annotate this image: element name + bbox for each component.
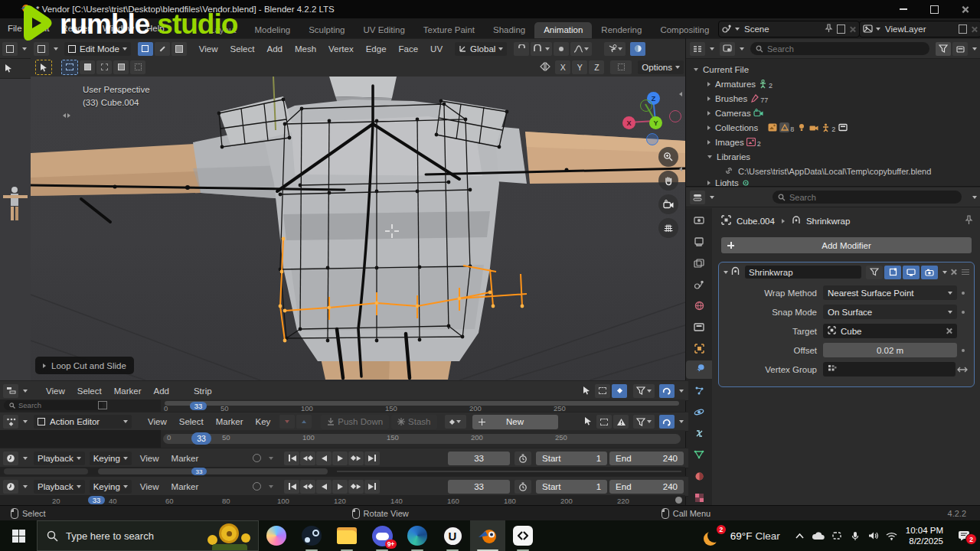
notification-center-icon[interactable]: 2 <box>951 520 977 551</box>
outliner-item-cameras[interactable]: Cameras <box>694 106 976 120</box>
start-frame-field[interactable]: Start1 <box>536 452 607 465</box>
vertex-group-field[interactable] <box>823 362 956 377</box>
squished-scrollbar[interactable] <box>98 468 328 474</box>
outliner-display-mode-icon[interactable] <box>690 42 705 56</box>
start-frame-field-2[interactable]: Start1 <box>536 480 607 494</box>
taskbar-discord-icon[interactable]: 9+ <box>364 520 400 551</box>
viewport-menu-edge[interactable]: Edge <box>360 40 393 58</box>
modifier-name-field[interactable]: Shrinkwrap <box>745 266 861 279</box>
dopesheet-mode-dropdown[interactable]: Action Editor <box>34 415 132 429</box>
properties-editor-type-icon[interactable] <box>690 191 705 204</box>
tab-uv-editing[interactable]: UV Editing <box>354 22 414 38</box>
tray-snip-icon[interactable] <box>828 520 846 551</box>
taskbar-capcut-icon[interactable] <box>505 520 541 551</box>
stash-button[interactable]: Stash <box>391 415 436 429</box>
select-tool-icon[interactable] <box>5 62 12 76</box>
proportional-falloff-icon[interactable] <box>570 42 592 56</box>
tab-compositing[interactable]: Compositing <box>651 22 718 38</box>
properties-options-chevron[interactable] <box>972 196 977 199</box>
wrap-method-dropdown[interactable]: Nearest Surface Point <box>823 285 957 300</box>
tray-microphone-icon[interactable] <box>846 520 864 551</box>
timeline-menu-view[interactable]: View <box>134 449 165 468</box>
viewport-menu-add[interactable]: Add <box>260 40 288 58</box>
tray-speaker-icon[interactable] <box>864 520 883 551</box>
minimize-button[interactable] <box>888 0 919 18</box>
modifier-cage-toggle-icon[interactable] <box>884 266 901 279</box>
nla-toggle-icon[interactable] <box>98 401 107 409</box>
current-frame-chip[interactable]: 33 <box>191 468 207 475</box>
keying-dropdown-2[interactable]: Keying <box>90 480 132 494</box>
nla-strip-row[interactable]: Search 0 33 50 100 150 200 250 <box>0 399 685 412</box>
viewport-menu-uv[interactable]: UV <box>424 40 449 58</box>
tab-data-icon[interactable] <box>686 445 712 464</box>
outliner-library-path[interactable]: C:\Users\trist\AppData\Local\Temp\copybu… <box>694 164 976 178</box>
snap-to-symmetry-icon[interactable] <box>610 60 632 74</box>
camera-view-icon[interactable] <box>658 194 678 214</box>
current-frame-field-2[interactable]: 33 <box>448 480 510 494</box>
ortho-grid-icon[interactable] <box>658 218 678 238</box>
snap-mode-dropdown[interactable]: On Surface <box>823 305 957 319</box>
tab-particles-icon[interactable] <box>686 382 712 400</box>
mirror-z-button[interactable]: Z <box>589 60 604 74</box>
nla-menu-view[interactable]: View <box>40 382 71 400</box>
properties-search[interactable]: Search <box>773 191 962 204</box>
proportional-editing-icon[interactable] <box>554 42 569 56</box>
outliner-filter-mode-icon[interactable] <box>720 42 735 56</box>
outliner-item-libraries[interactable]: Libraries <box>694 149 976 164</box>
viewport-menu-vertex[interactable]: Vertex <box>322 40 360 58</box>
transform-orientation-dropdown[interactable]: Global <box>455 42 507 56</box>
pan-hand-icon[interactable] <box>658 171 678 191</box>
nla-editor-type-icon[interactable] <box>3 384 18 398</box>
outliner-item-images[interactable]: Images 2 <box>694 135 976 149</box>
tab-rendering[interactable]: Rendering <box>592 22 651 38</box>
gizmo-y-neg-axis[interactable] <box>640 99 652 112</box>
tab-animation[interactable]: Animation <box>534 22 592 38</box>
dopesheet-ruler-row[interactable]: 0 33 50 100 150 200 250 <box>0 430 685 448</box>
jump-to-start-button[interactable] <box>284 452 299 465</box>
use-preview-range-icon-2[interactable] <box>514 480 531 494</box>
auto-keying-icon-2[interactable] <box>249 480 264 494</box>
viewport-shading-icon[interactable] <box>630 42 645 56</box>
mirror-y-button[interactable]: Y <box>572 60 587 74</box>
navigation-gizmo[interactable]: Z X Y <box>612 83 685 148</box>
nla-search[interactable]: Search <box>4 400 103 410</box>
prev-frame-button[interactable] <box>316 452 332 465</box>
snap-target-icon[interactable] <box>514 42 529 56</box>
tab-sculpting[interactable]: Sculpting <box>299 22 354 38</box>
keying-dropdown[interactable]: Keying <box>90 452 132 465</box>
tab-world-icon[interactable] <box>686 296 712 315</box>
play-button-2[interactable] <box>332 480 348 494</box>
timeline-editor-type-icon[interactable] <box>3 452 18 465</box>
tab-scene-icon[interactable] <box>686 276 712 294</box>
operator-panel[interactable]: Loop Cut and Slide <box>35 357 134 374</box>
tray-onedrive-icon[interactable] <box>809 520 828 551</box>
viewport-canvas[interactable]: User Perspective (33) Cube.004 Z X Y Loo <box>31 77 685 380</box>
mirror-x-button[interactable]: X <box>555 60 570 74</box>
tab-physics-icon[interactable] <box>686 403 712 422</box>
outliner-root[interactable]: Current File <box>694 62 976 77</box>
outliner-funnel-icon[interactable] <box>936 42 951 56</box>
timeline-2-menu-view[interactable]: View <box>134 478 165 496</box>
invert-vertex-group-icon[interactable] <box>957 363 968 377</box>
taskbar-blender-icon[interactable] <box>470 520 505 551</box>
nla-menu-strip[interactable]: Strip <box>188 382 218 400</box>
breadcrumb-object[interactable]: Cube.004 <box>737 217 775 226</box>
nla-scrollbar[interactable] <box>165 401 679 406</box>
nla-keyframe-icon[interactable] <box>612 384 627 398</box>
modifier-render-toggle-icon[interactable] <box>921 266 938 279</box>
dope-snap-icon[interactable] <box>659 415 675 429</box>
taskbar-copilot-icon[interactable] <box>259 520 294 551</box>
viewport-menu-mesh[interactable]: Mesh <box>289 40 322 58</box>
start-button[interactable] <box>0 520 37 551</box>
maximize-button[interactable] <box>919 0 949 18</box>
active-tool-icon[interactable] <box>35 60 52 75</box>
current-frame-field[interactable]: 33 <box>448 452 510 465</box>
search-highlight-image[interactable] <box>203 523 256 550</box>
dope-menu-view[interactable]: View <box>142 412 173 431</box>
play-button[interactable] <box>332 452 348 465</box>
dope-menu-marker[interactable]: Marker <box>210 412 250 431</box>
tab-material-icon[interactable] <box>686 467 712 485</box>
tab-modifiers-icon[interactable] <box>686 360 712 379</box>
timeline-2-editor-type-icon[interactable] <box>3 480 18 494</box>
scene-selector[interactable]: Scene <box>718 21 860 37</box>
